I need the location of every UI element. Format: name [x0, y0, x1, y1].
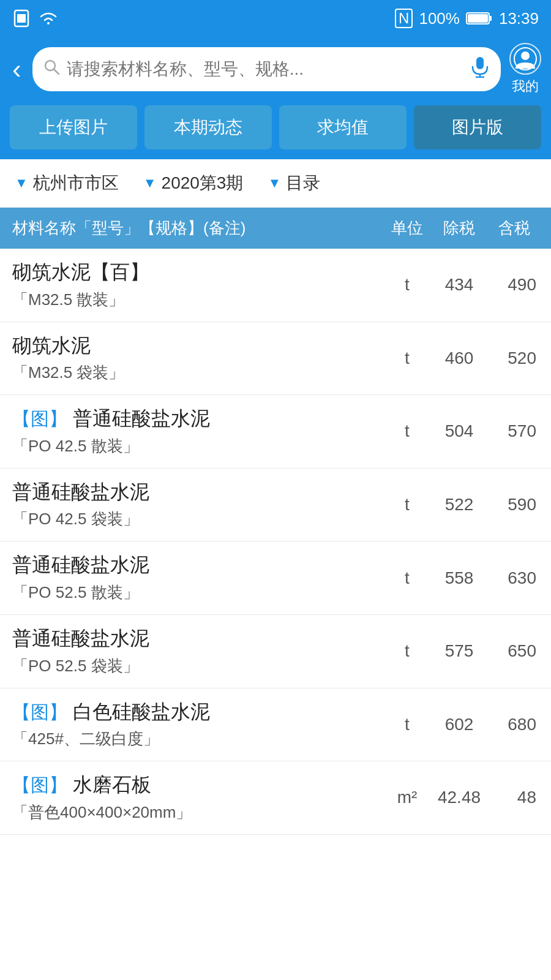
- search-icon: [43, 59, 61, 80]
- mat-info: 普通硅酸盐水泥 「PO 42.5 袋装」: [12, 480, 386, 530]
- table-row[interactable]: 普通硅酸盐水泥 「PO 52.5 散装」 t 558 630: [0, 541, 551, 615]
- mat-name-text: 白色硅酸盐水泥: [73, 701, 210, 723]
- time-display: 13:39: [499, 9, 539, 28]
- battery-icon: [466, 11, 493, 26]
- svg-rect-7: [476, 57, 484, 69]
- mat-info: 【图】 普通硅酸盐水泥 「PO 42.5 散装」: [12, 406, 386, 457]
- table-row[interactable]: 【图】 普通硅酸盐水泥 「PO 42.5 散装」 t 504 570: [0, 395, 551, 469]
- img-tag: 【图】: [12, 702, 67, 722]
- user-label: 我的: [512, 77, 539, 96]
- mat-spec: 「425#、二级白度」: [12, 728, 386, 750]
- mat-name-text: 普通硅酸盐水泥: [73, 407, 210, 429]
- period-arrow-icon: ▼: [143, 175, 157, 191]
- mat-name: 砌筑水泥: [12, 333, 386, 359]
- period-label: 2020第3期: [162, 172, 244, 195]
- sim-icon: [12, 9, 31, 28]
- mat-tax-in: 48: [490, 788, 539, 807]
- battery-percent: 100%: [419, 9, 460, 28]
- table-row[interactable]: 砌筑水泥【百】 「M32.5 散装」 t 434 490: [0, 249, 551, 322]
- mat-tax-ex: 522: [429, 495, 490, 514]
- filter-row: ▼ 杭州市市区 ▼ 2020第3期 ▼ 目录: [0, 159, 551, 208]
- mat-name: 【图】 白色硅酸盐水泥: [12, 699, 386, 725]
- back-button[interactable]: ‹: [10, 56, 24, 83]
- region-filter[interactable]: ▼ 杭州市市区: [15, 172, 119, 195]
- mat-info: 【图】 白色硅酸盐水泥 「425#、二级白度」: [12, 699, 386, 750]
- mat-tax-ex: 434: [429, 275, 490, 295]
- mat-spec: 「PO 52.5 袋装」: [12, 655, 386, 677]
- mat-name: 普通硅酸盐水泥: [12, 480, 386, 505]
- mat-name: 【图】 普通硅酸盐水泥: [12, 406, 386, 432]
- mat-unit: t: [386, 421, 429, 441]
- col-unit-header: 单位: [386, 217, 429, 239]
- img-tag: 【图】: [12, 409, 67, 429]
- table-header: 材料名称「型号」【规格】(备注) 单位 除税 含税: [0, 208, 551, 249]
- mat-unit: t: [386, 349, 429, 368]
- table-row[interactable]: 【图】 水磨石板 「普色400×400×20mm」 m² 42.48 48: [0, 761, 551, 835]
- mat-unit: t: [386, 568, 429, 588]
- search-input[interactable]: [67, 59, 464, 79]
- user-area[interactable]: 我的: [509, 43, 541, 96]
- wifi-icon: [38, 10, 59, 27]
- mat-name: 普通硅酸盐水泥: [12, 626, 386, 652]
- current-dynamics-button[interactable]: 本期动态: [144, 105, 272, 149]
- period-filter[interactable]: ▼ 2020第3期: [143, 172, 244, 195]
- mat-unit: t: [386, 275, 429, 295]
- table-row[interactable]: 【图】 白色硅酸盐水泥 「425#、二级白度」 t 602 680: [0, 688, 551, 762]
- status-left: [12, 9, 59, 28]
- action-buttons-row: 上传图片 本期动态 求均值 图片版: [0, 105, 551, 159]
- catalog-label: 目录: [286, 172, 320, 195]
- mat-tax-in: 680: [490, 715, 539, 734]
- catalog-arrow-icon: ▼: [268, 175, 281, 191]
- mat-unit: m²: [386, 788, 429, 807]
- mat-spec: 「M32.5 散装」: [12, 289, 386, 311]
- mat-tax-in: 590: [490, 495, 539, 514]
- region-arrow-icon: ▼: [15, 175, 28, 191]
- col-tax-ex-header: 除税: [429, 217, 490, 239]
- col-tax-in-header: 含税: [490, 217, 539, 239]
- mat-name-text: 普通硅酸盐水泥: [12, 481, 149, 503]
- mat-unit: t: [386, 641, 429, 661]
- mat-name: 砌筑水泥【百】: [12, 260, 386, 285]
- mat-name-text: 砌筑水泥【百】: [12, 261, 149, 283]
- status-bar: N 100% 13:39: [0, 0, 551, 37]
- mat-tax-in: 520: [490, 349, 539, 368]
- svg-line-6: [54, 69, 59, 74]
- mat-tax-ex: 575: [429, 641, 490, 661]
- table-row[interactable]: 普通硅酸盐水泥 「PO 52.5 袋装」 t 575 650: [0, 615, 551, 688]
- mat-info: 砌筑水泥 「M32.5 袋装」: [12, 333, 386, 384]
- mat-tax-in: 490: [490, 275, 539, 295]
- header: ‹ 我的: [0, 37, 551, 105]
- svg-point-11: [521, 51, 530, 60]
- mat-spec: 「M32.5 袋装」: [12, 362, 386, 383]
- svg-rect-3: [489, 16, 492, 21]
- mat-info: 【图】 水磨石板 「普色400×400×20mm」: [12, 772, 386, 823]
- img-tag: 【图】: [12, 775, 67, 795]
- catalog-filter[interactable]: ▼ 目录: [268, 172, 320, 195]
- user-avatar-icon: [509, 43, 541, 75]
- mat-tax-ex: 504: [429, 421, 490, 441]
- mat-unit: t: [386, 495, 429, 514]
- svg-rect-1: [17, 14, 26, 23]
- svg-rect-4: [468, 14, 488, 23]
- mat-unit: t: [386, 715, 429, 734]
- mat-tax-in: 630: [490, 568, 539, 588]
- mat-name: 普通硅酸盐水泥: [12, 552, 386, 578]
- table-row[interactable]: 普通硅酸盐水泥 「PO 42.5 袋装」 t 522 590: [0, 469, 551, 542]
- mic-icon[interactable]: [470, 56, 490, 83]
- table-row[interactable]: 砌筑水泥 「M32.5 袋装」 t 460 520: [0, 322, 551, 396]
- mat-tax-ex: 558: [429, 568, 490, 588]
- mat-name-text: 普通硅酸盐水泥: [12, 554, 149, 576]
- status-right: N 100% 13:39: [395, 9, 539, 28]
- upload-photo-button[interactable]: 上传图片: [10, 105, 137, 149]
- mat-info: 普通硅酸盐水泥 「PO 52.5 散装」: [12, 552, 386, 603]
- mat-spec: 「PO 42.5 散装」: [12, 435, 386, 457]
- average-value-button[interactable]: 求均值: [279, 105, 407, 149]
- photo-version-button[interactable]: 图片版: [414, 105, 541, 149]
- col-name-header: 材料名称「型号」【规格】(备注): [12, 217, 386, 239]
- region-label: 杭州市市区: [33, 172, 119, 195]
- mat-tax-ex: 602: [429, 715, 490, 734]
- mat-tax-ex: 42.48: [429, 788, 490, 807]
- mat-info: 砌筑水泥【百】 「M32.5 散装」: [12, 260, 386, 311]
- search-box[interactable]: [32, 47, 501, 91]
- mat-name-text: 水磨石板: [73, 774, 151, 796]
